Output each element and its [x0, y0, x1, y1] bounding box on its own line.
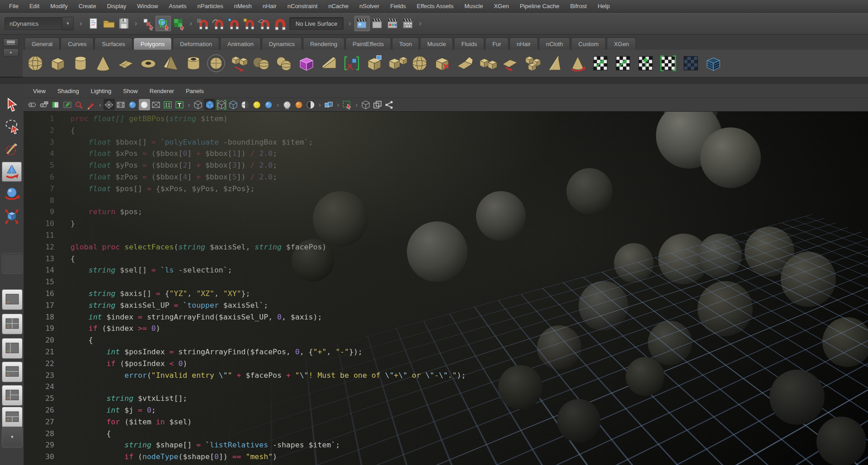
- render-view-icon[interactable]: [354, 16, 370, 31]
- render-settings-icon[interactable]: [401, 16, 416, 31]
- shelf-menu-button[interactable]: [3, 38, 19, 47]
- isolate-select-icon[interactable]: [341, 99, 353, 110]
- paint-select-tool[interactable]: [2, 138, 22, 158]
- shelf-tab-dynamics[interactable]: Dynamics: [262, 38, 302, 50]
- snap-curve-icon[interactable]: [211, 16, 226, 31]
- panel-menu-lighting[interactable]: Lighting: [85, 88, 118, 94]
- shelf-tab-deformation[interactable]: Deformation: [173, 38, 219, 50]
- shelf-tab-xgen[interactable]: XGen: [607, 38, 636, 50]
- uv-checker-forward-icon[interactable]: [590, 53, 610, 73]
- shelf-tab-animation[interactable]: Animation: [220, 38, 261, 50]
- multi-cut-icon[interactable]: [342, 53, 362, 73]
- split-mesh-icon[interactable]: [387, 53, 407, 73]
- wireframe-on-shaded-icon[interactable]: [216, 99, 227, 110]
- layout-persp-graph[interactable]: [2, 362, 23, 382]
- menu-edit[interactable]: Edit: [24, 3, 45, 9]
- poly-sphere-icon[interactable]: [25, 53, 45, 73]
- select-camera-icon[interactable]: [26, 99, 38, 110]
- bevel-icon[interactable]: [523, 53, 542, 73]
- new-scene-icon[interactable]: [85, 16, 101, 31]
- layout-hypershade-persp[interactable]: [2, 385, 23, 406]
- shelf-tab-surfaces[interactable]: Surfaces: [94, 38, 132, 50]
- shelf-tab-fur[interactable]: Fur: [485, 38, 509, 50]
- menuset-dropdown-arrow-icon[interactable]: ▼: [62, 17, 74, 30]
- two-d-pan-zoom-icon[interactable]: [73, 99, 85, 110]
- menu-pipeline-cache[interactable]: Pipeline Cache: [514, 3, 565, 9]
- layout-four-pane[interactable]: [2, 314, 23, 334]
- wireframe-icon[interactable]: [192, 99, 203, 110]
- bookmark-icon[interactable]: [50, 99, 61, 110]
- camera-attributes-icon[interactable]: [38, 99, 49, 110]
- menu-muscle[interactable]: Muscle: [459, 3, 488, 9]
- uv-checker-dark-icon[interactable]: [681, 53, 701, 73]
- safe-action-icon[interactable]: [162, 99, 174, 110]
- select-component-icon[interactable]: [171, 16, 186, 31]
- ipr-render-icon[interactable]: [385, 16, 401, 31]
- shelf-tab-nhair[interactable]: nHair: [509, 38, 538, 50]
- shelf-tab-rendering[interactable]: Rendering: [303, 38, 344, 50]
- shadows-icon[interactable]: [263, 99, 274, 110]
- save-scene-icon[interactable]: [116, 16, 132, 31]
- shelf-arrow-button[interactable]: ▼: [3, 48, 19, 56]
- snap-center-icon[interactable]: [241, 16, 257, 31]
- menu-nsolver[interactable]: nSolver: [354, 3, 385, 9]
- scale-tool[interactable]: [2, 206, 22, 226]
- layer-view-icon[interactable]: [372, 99, 383, 110]
- delete-edge-icon[interactable]: [432, 53, 452, 73]
- film-gate-icon[interactable]: [115, 99, 127, 110]
- separate-icon[interactable]: [251, 53, 271, 73]
- menu-fields[interactable]: Fields: [385, 3, 411, 9]
- snap-grid-icon[interactable]: [195, 16, 211, 31]
- render-current-frame-icon[interactable]: [370, 16, 385, 31]
- poly-torus-icon[interactable]: [138, 53, 158, 73]
- layout-persp-outliner-graph[interactable]: [2, 407, 23, 427]
- lasso-tool[interactable]: [2, 117, 22, 136]
- merge-icon[interactable]: [274, 53, 294, 73]
- bridge-icon[interactable]: [477, 53, 497, 73]
- poly-cube-icon[interactable]: [48, 53, 68, 73]
- menu-display[interactable]: Display: [102, 3, 132, 9]
- panel-menu-shading[interactable]: Shading: [52, 88, 85, 94]
- open-scene-icon[interactable]: [101, 16, 116, 31]
- field-chart-icon[interactable]: [151, 99, 162, 110]
- quad-draw-icon[interactable]: [545, 53, 565, 73]
- menu-effects-assets[interactable]: Effects Assets: [411, 3, 459, 9]
- multisample-icon[interactable]: [323, 99, 335, 110]
- occlusion-icon[interactable]: [281, 99, 292, 110]
- layout-outliner-persp[interactable]: [2, 338, 23, 359]
- panel-menu-show[interactable]: Show: [117, 88, 144, 94]
- uv-checker-bracket-icon[interactable]: [658, 53, 678, 73]
- menu-create[interactable]: Create: [73, 3, 102, 9]
- menu-help[interactable]: Help: [592, 3, 615, 9]
- layout-more-arrow[interactable]: ▼: [2, 427, 23, 447]
- scene-view-icon[interactable]: [360, 99, 371, 110]
- panel-menu-view[interactable]: View: [27, 88, 52, 94]
- panel-menu-panels[interactable]: Panels: [180, 88, 210, 94]
- soft-select-icon[interactable]: [568, 53, 588, 73]
- poly-cone-icon[interactable]: [93, 53, 113, 73]
- live-surface-field[interactable]: No Live Surface: [289, 17, 344, 30]
- smooth-shade-icon[interactable]: [204, 99, 215, 110]
- poly-pyramid-icon[interactable]: [161, 53, 181, 73]
- safe-title-icon[interactable]: [174, 99, 185, 110]
- uv-checker-forward2-icon[interactable]: [613, 53, 633, 73]
- last-tool-slot[interactable]: [2, 253, 23, 274]
- shelf-tab-ncloth[interactable]: nCloth: [539, 38, 571, 50]
- snap-point-icon[interactable]: [226, 16, 241, 31]
- combine-icon[interactable]: [229, 53, 249, 73]
- fold-plane-icon[interactable]: [455, 53, 475, 73]
- menu-file[interactable]: File: [4, 3, 24, 9]
- snap-viewplane-icon[interactable]: [257, 16, 272, 31]
- gate-mask-icon[interactable]: [139, 99, 150, 110]
- shelf-tab-custom[interactable]: Custom: [571, 38, 606, 50]
- poly-plane-icon[interactable]: [116, 53, 136, 73]
- menu-nparticles[interactable]: nParticles: [192, 3, 229, 9]
- poly-platonic-icon[interactable]: [206, 53, 226, 73]
- menu-nhair[interactable]: nHair: [257, 3, 282, 9]
- menu-modify[interactable]: Modify: [45, 3, 73, 9]
- menu-bifrost[interactable]: Bifrost: [565, 3, 592, 9]
- shelf-tab-polygons[interactable]: Polygons: [133, 38, 172, 50]
- shelf-tab-painteffects[interactable]: PaintEffects: [345, 38, 391, 50]
- smooth-icon[interactable]: [319, 53, 339, 73]
- grid-icon[interactable]: [104, 99, 115, 110]
